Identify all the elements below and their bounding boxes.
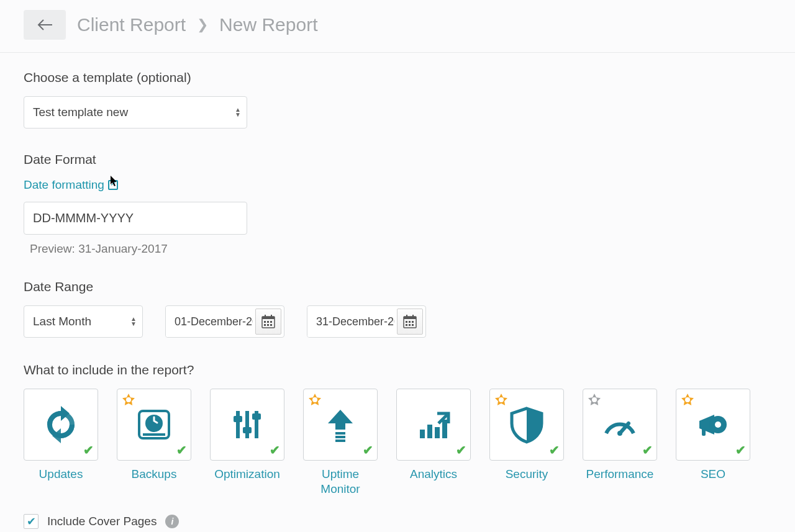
svg-rect-18 bbox=[406, 324, 407, 326]
refresh-icon bbox=[41, 405, 81, 444]
include-tiles: ✔ Updates ✔ Backups bbox=[24, 389, 771, 497]
tile-col-analytics: ✔ Analytics bbox=[396, 389, 471, 497]
megaphone-icon bbox=[693, 405, 733, 444]
svg-rect-19 bbox=[409, 324, 411, 326]
date-range-section: Date Range ▲▼ bbox=[24, 279, 771, 338]
svg-rect-47 bbox=[702, 428, 706, 436]
tile-col-seo: ✔ SEO bbox=[676, 389, 750, 497]
svg-rect-25 bbox=[236, 411, 240, 438]
gauge-icon bbox=[600, 405, 640, 444]
svg-point-45 bbox=[715, 422, 721, 428]
svg-rect-14 bbox=[412, 315, 414, 318]
date-format-input[interactable] bbox=[24, 202, 247, 235]
svg-rect-16 bbox=[409, 321, 411, 323]
template-select[interactable] bbox=[24, 96, 247, 128]
tile-backups-label: Backups bbox=[132, 467, 177, 482]
date-range-preset-select[interactable] bbox=[24, 305, 143, 338]
star-badge-icon bbox=[680, 393, 695, 408]
tile-col-uptime: ✔ Uptime Monitor bbox=[303, 389, 378, 497]
tile-backups[interactable]: ✔ bbox=[117, 389, 191, 461]
date-from-input[interactable] bbox=[166, 307, 253, 337]
back-button[interactable] bbox=[24, 10, 66, 40]
date-format-section: Date Format Date formatting Preview: 31-… bbox=[24, 152, 771, 256]
svg-rect-3 bbox=[265, 315, 266, 318]
svg-rect-10 bbox=[270, 324, 272, 326]
tile-security-label: Security bbox=[506, 467, 548, 482]
svg-point-39 bbox=[499, 397, 504, 402]
date-to-calendar-button[interactable] bbox=[397, 309, 423, 335]
tile-col-backups: ✔ Backups bbox=[117, 389, 191, 497]
svg-rect-24 bbox=[143, 433, 165, 436]
star-badge-grey-icon bbox=[587, 393, 602, 408]
check-icon: ✔ bbox=[456, 443, 466, 458]
svg-rect-5 bbox=[264, 321, 266, 323]
tile-performance[interactable]: ✔ bbox=[583, 389, 657, 461]
date-formatting-link-row: Date formatting bbox=[24, 178, 771, 192]
svg-rect-30 bbox=[252, 413, 261, 420]
svg-rect-17 bbox=[412, 321, 414, 323]
check-icon: ✔ bbox=[83, 443, 94, 458]
svg-rect-38 bbox=[442, 420, 447, 438]
info-icon[interactable]: i bbox=[165, 515, 179, 528]
svg-rect-8 bbox=[264, 324, 266, 326]
tile-col-performance: ✔ Performance bbox=[583, 389, 657, 497]
svg-rect-13 bbox=[406, 315, 407, 318]
svg-point-21 bbox=[126, 397, 131, 402]
svg-rect-7 bbox=[270, 321, 272, 323]
calendar-icon bbox=[403, 315, 417, 328]
tile-updates[interactable]: ✔ bbox=[24, 389, 98, 461]
template-section: Choose a template (optional) ▲▼ bbox=[24, 70, 771, 128]
svg-point-40 bbox=[592, 397, 597, 402]
breadcrumb: Client Report ❯ New Report bbox=[77, 14, 317, 35]
include-section: What to include in the report? ✔ Updates bbox=[24, 363, 771, 529]
svg-rect-46 bbox=[699, 421, 703, 428]
calendar-icon bbox=[261, 315, 275, 328]
svg-rect-6 bbox=[267, 321, 269, 323]
cover-pages-row: ✔ Include Cover Pages i bbox=[24, 514, 771, 529]
svg-rect-34 bbox=[335, 440, 345, 442]
svg-point-43 bbox=[685, 397, 690, 402]
tile-updates-label: Updates bbox=[39, 467, 83, 482]
date-to-input[interactable] bbox=[307, 307, 394, 337]
tile-optimization[interactable]: ✔ bbox=[210, 389, 284, 461]
tile-performance-label: Performance bbox=[586, 467, 654, 482]
tile-optimization-label: Optimization bbox=[214, 467, 280, 482]
cover-pages-checkbox[interactable]: ✔ bbox=[24, 514, 39, 529]
check-icon: ✔ bbox=[270, 443, 280, 458]
tile-security[interactable]: ✔ bbox=[489, 389, 564, 461]
svg-rect-32 bbox=[335, 432, 345, 435]
date-format-title: Date Format bbox=[24, 152, 771, 167]
tile-col-security: ✔ Security bbox=[489, 389, 564, 497]
star-badge-icon bbox=[494, 393, 509, 408]
page-header: Client Report ❯ New Report bbox=[0, 0, 795, 53]
svg-point-31 bbox=[312, 397, 317, 402]
tile-uptime[interactable]: ✔ bbox=[303, 389, 378, 461]
svg-rect-26 bbox=[245, 411, 249, 438]
svg-rect-9 bbox=[267, 324, 269, 326]
sliders-icon bbox=[227, 405, 267, 444]
shield-icon bbox=[507, 405, 547, 444]
check-icon: ✔ bbox=[735, 443, 746, 458]
svg-rect-29 bbox=[243, 427, 252, 433]
template-title: Choose a template (optional) bbox=[24, 70, 771, 85]
svg-rect-12 bbox=[404, 317, 416, 319]
tile-col-updates: ✔ Updates bbox=[24, 389, 98, 497]
date-formatting-link[interactable]: Date formatting bbox=[24, 178, 104, 192]
breadcrumb-parent[interactable]: Client Report bbox=[77, 14, 186, 35]
date-from-field bbox=[165, 305, 284, 338]
drive-restore-icon bbox=[134, 405, 174, 444]
chevron-right-icon: ❯ bbox=[197, 17, 208, 33]
date-range-row: ▲▼ bbox=[24, 305, 771, 338]
tile-seo-label: SEO bbox=[701, 467, 725, 482]
date-range-preset-wrap: ▲▼ bbox=[24, 305, 143, 338]
star-badge-icon bbox=[121, 393, 136, 408]
check-icon: ✔ bbox=[363, 443, 373, 458]
tile-seo[interactable]: ✔ bbox=[676, 389, 750, 461]
template-select-wrap: ▲▼ bbox=[24, 96, 247, 128]
date-from-calendar-button[interactable] bbox=[255, 309, 281, 335]
tile-analytics[interactable]: ✔ bbox=[396, 389, 471, 461]
svg-rect-33 bbox=[335, 436, 345, 438]
upload-arrow-icon bbox=[320, 405, 360, 444]
external-link-icon bbox=[108, 180, 118, 190]
check-icon: ✔ bbox=[549, 443, 560, 458]
